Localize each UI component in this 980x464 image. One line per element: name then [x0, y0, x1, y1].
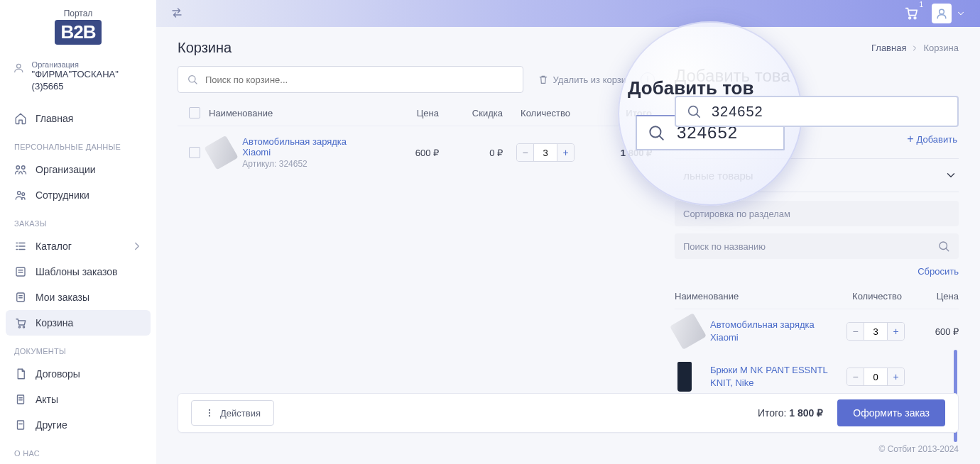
qty-plus[interactable]: + — [887, 323, 904, 340]
col-price: Цена — [375, 108, 439, 118]
quantity-stepper[interactable]: − + — [846, 322, 905, 341]
qty-plus[interactable]: + — [557, 144, 574, 161]
delete-label: Удалить из корзи — [553, 74, 626, 85]
sidebar-item-acts[interactable]: Акты — [0, 387, 156, 412]
name-search[interactable]: Поиск по названию — [675, 233, 959, 259]
reset-link[interactable]: Сбросить — [675, 266, 959, 277]
org-selector[interactable]: Организация "ФИРМА"ТОСКАНА" (3)5665 — [0, 56, 156, 103]
total-value: 1 800 ₽ — [789, 407, 823, 419]
logo: Портал B2B — [0, 6, 156, 56]
orgs-icon — [14, 163, 27, 176]
staff-icon — [14, 189, 27, 201]
mini-col-price: Цена — [909, 291, 959, 302]
extra-products-accordion[interactable]: Дльные товары — [675, 158, 959, 192]
home-icon — [14, 112, 27, 125]
sidebar-item-cart[interactable]: Корзина — [6, 310, 151, 336]
nav-group-title: ЗАКАЗЫ — [0, 214, 156, 233]
chevron-right-icon — [131, 240, 143, 253]
qty-minus[interactable]: − — [847, 368, 864, 385]
sidebar-item-staff[interactable]: Сотрудники — [0, 182, 156, 208]
cart-search[interactable] — [178, 66, 523, 93]
user-menu[interactable] — [932, 4, 966, 23]
sidebar-item-label: Главная — [36, 113, 73, 124]
cart-button[interactable]: 1 — [903, 5, 919, 23]
select-all-checkbox[interactable] — [189, 107, 200, 118]
add-product-search[interactable]: 324652 — [675, 96, 959, 127]
search-icon — [686, 104, 702, 119]
sidebar-item-other[interactable]: Другие — [0, 412, 156, 438]
sidebar-item-label: Организации — [36, 164, 96, 175]
breadcrumb-home[interactable]: Главная — [871, 43, 906, 53]
cart-search-input[interactable] — [205, 74, 514, 85]
svg-point-21 — [209, 416, 209, 416]
table-row: Автомобильная зарядка Xiaomi Артикул: 32… — [178, 126, 655, 179]
sidebar-item-label: Шаблоны заказов — [36, 266, 118, 277]
cart-count-badge: 1 — [919, 1, 923, 9]
row-price: 600 ₽ — [375, 148, 439, 158]
extra-product-link[interactable]: Брюки M NK PANT ESSNTL KNIT, Nike — [710, 364, 842, 389]
extra-product-link[interactable]: Автомобильная зарядка Xiaomi — [710, 319, 842, 343]
doc-icon — [14, 393, 27, 406]
list-item: Автомобильная зарядка Xiaomi − + 600 ₽ — [675, 309, 959, 353]
sidebar-item-home[interactable]: Главная — [0, 106, 156, 131]
sidebar-item-label: Мои заказы — [36, 292, 89, 303]
breadcrumb: Главная Корзина — [871, 43, 959, 53]
qty-minus[interactable]: − — [847, 323, 864, 340]
logo-main: B2B — [55, 20, 101, 45]
col-qty: Количество — [503, 108, 588, 118]
sidebar-item-orgs[interactable]: Организации — [0, 157, 156, 182]
col-name: Наименование — [209, 108, 375, 118]
sidebar-item-contracts[interactable]: Договоры — [0, 361, 156, 387]
svg-point-3 — [18, 192, 21, 195]
sidebar-item-templates[interactable]: Шаблоны заказов — [0, 259, 156, 285]
qty-input[interactable] — [864, 368, 887, 385]
orders-icon — [14, 291, 27, 304]
cart-icon — [903, 5, 919, 21]
accordion-label: льные товары — [683, 170, 753, 182]
product-thumb — [204, 136, 239, 170]
sidebar-item-label: Корзина — [36, 317, 73, 328]
sidebar-item-orders[interactable]: Мои заказы — [0, 285, 156, 310]
row-total: 1 800 ₽ — [588, 148, 652, 158]
template-icon — [14, 265, 27, 278]
topbar: 1 — [156, 0, 980, 27]
quantity-stepper[interactable]: − + — [516, 143, 575, 162]
sidebar-item-catalog[interactable]: Каталог — [0, 233, 156, 259]
nav-group-title: ДОКУМЕНТЫ — [0, 341, 156, 361]
sidebar-item-label: Каталог — [36, 241, 72, 252]
add-product-link[interactable]: + Добавить — [675, 127, 959, 145]
user-icon — [13, 62, 25, 74]
breadcrumb-current: Корзина — [923, 43, 959, 53]
nav-group-title: О НАС — [0, 443, 156, 463]
search-icon — [187, 74, 198, 85]
quantity-stepper[interactable]: − + — [846, 368, 905, 386]
qty-input[interactable] — [534, 144, 557, 161]
sidebar-item-label: Другие — [36, 419, 67, 431]
add-product-title: Добавить това — [675, 66, 959, 86]
checkout-button[interactable]: Оформить заказ — [837, 399, 945, 426]
actions-button[interactable]: Действия — [191, 400, 274, 426]
qty-input[interactable] — [864, 323, 887, 340]
sort-select[interactable]: Сортировка по разделам — [675, 201, 959, 226]
sidebar-item-label: Акты — [36, 394, 58, 405]
swap-icon[interactable] — [170, 6, 183, 19]
svg-point-8 — [23, 326, 24, 328]
avatar-icon — [935, 6, 949, 21]
info-button[interactable]: i — [641, 72, 655, 87]
mini-col-qty: Количество — [845, 291, 909, 302]
delete-from-cart[interactable]: Удалить из корзи — [538, 74, 626, 85]
actions-label: Действия — [220, 408, 261, 419]
action-bar: Действия Итого: 1 800 ₽ Оформить заказ — [178, 393, 959, 433]
row-checkbox[interactable] — [189, 147, 200, 158]
bar-total: Итого: 1 800 ₽ — [758, 407, 823, 419]
svg-point-4 — [22, 192, 25, 195]
svg-point-2 — [22, 166, 26, 170]
chevron-down-icon — [944, 169, 957, 182]
qty-plus[interactable]: + — [887, 368, 904, 385]
cart-table: Наименование Цена Скидка Количество Итог… — [178, 100, 655, 179]
product-name-link[interactable]: Автомобильная зарядка Xiaomi — [242, 136, 375, 158]
nav-group-title: ПЕРСОНАЛЬНЫЕ ДАННЫЕ — [0, 137, 156, 157]
doc-icon — [14, 419, 27, 431]
svg-rect-6 — [17, 293, 25, 302]
qty-minus[interactable]: − — [517, 144, 534, 161]
